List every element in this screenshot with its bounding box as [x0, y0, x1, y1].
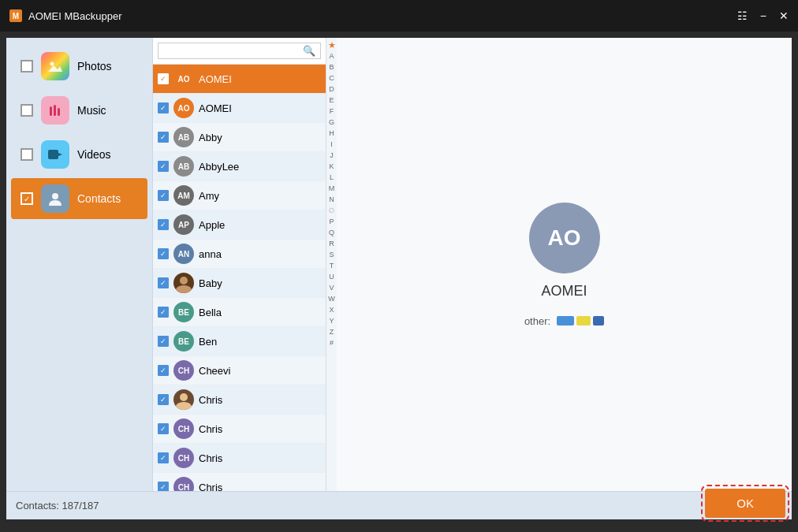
sidebar-item-photos[interactable]: Photos: [11, 46, 147, 87]
svg-marker-7: [58, 153, 62, 156]
contacts-icon: [41, 184, 69, 213]
avatar: CH: [173, 419, 194, 439]
contact-checkbox[interactable]: ✓: [158, 482, 169, 491]
alpha-v[interactable]: V: [329, 282, 334, 293]
list-view-button[interactable]: ☷: [737, 9, 748, 22]
list-item[interactable]: ✓ CH Chris: [153, 444, 326, 473]
list-item[interactable]: ✓ Chris: [153, 385, 326, 415]
minimize-button[interactable]: −: [760, 9, 766, 22]
list-item[interactable]: ✓ Baby: [153, 269, 326, 298]
contact-checkbox[interactable]: ✓: [158, 73, 169, 84]
contact-name: Abby: [199, 132, 321, 143]
color-bar-3: [593, 316, 604, 326]
list-item[interactable]: ✓ CH Chris: [153, 415, 326, 444]
alpha-p[interactable]: P: [329, 216, 334, 227]
search-input[interactable]: [163, 46, 303, 57]
contact-checkbox[interactable]: ✓: [158, 452, 169, 463]
alpha-o[interactable]: O: [329, 205, 334, 216]
avatar: AM: [173, 185, 194, 206]
alpha-i[interactable]: I: [330, 139, 333, 150]
contact-checkbox[interactable]: ✓: [158, 277, 169, 288]
alpha-n[interactable]: N: [329, 194, 334, 205]
contact-checkbox[interactable]: ✓: [158, 336, 169, 347]
contact-checkbox[interactable]: ✓: [158, 219, 169, 230]
contact-checkbox[interactable]: ✓: [158, 365, 169, 376]
bottom-bar: Contacts: 187/187: [6, 491, 792, 519]
list-item[interactable]: ✓ CH Chris: [153, 473, 326, 491]
top-section: Photos Music: [6, 38, 792, 491]
list-item[interactable]: ✓ BE Ben: [153, 327, 326, 356]
videos-checkbox[interactable]: [21, 148, 33, 161]
contact-list[interactable]: ✓ AO AOMEI ✓ AO AOMEI ✓ AB Abby: [153, 65, 326, 491]
music-checkbox[interactable]: [21, 104, 33, 117]
alpha-u[interactable]: U: [329, 271, 334, 282]
contact-name: Chris: [199, 394, 321, 406]
list-item[interactable]: ✓ AB Abby: [153, 123, 326, 152]
alpha-x[interactable]: X: [329, 304, 334, 315]
alpha-m[interactable]: M: [329, 183, 335, 194]
alpha-s[interactable]: S: [329, 249, 334, 260]
close-button[interactable]: ✕: [779, 9, 789, 22]
list-item[interactable]: ✓ AO AOMEI: [153, 65, 326, 94]
contact-name: Cheevi: [199, 365, 321, 377]
alpha-k[interactable]: K: [329, 161, 334, 172]
contact-name: Chris: [199, 423, 321, 435]
alpha-hash[interactable]: #: [330, 337, 334, 348]
alpha-w[interactable]: W: [328, 293, 335, 304]
contact-checkbox[interactable]: ✓: [158, 132, 169, 143]
alpha-q[interactable]: Q: [329, 227, 334, 238]
alpha-a[interactable]: A: [329, 50, 334, 61]
alpha-f[interactable]: F: [330, 106, 334, 117]
alpha-e[interactable]: E: [329, 95, 334, 106]
list-item[interactable]: ✓ AP Apple: [153, 210, 326, 240]
sidebar-item-videos[interactable]: Videos: [11, 134, 147, 175]
alpha-star[interactable]: ★: [328, 39, 336, 50]
list-item[interactable]: ✓ AN anna: [153, 240, 326, 269]
avatar: AO: [173, 69, 194, 89]
search-icon[interactable]: 🔍: [303, 45, 315, 57]
photos-checkbox[interactable]: [21, 60, 33, 73]
contacts-count: Contacts: 187/187: [16, 500, 99, 512]
contact-checkbox[interactable]: ✓: [158, 102, 169, 113]
app-icon: M: [9, 9, 22, 22]
svg-rect-5: [58, 108, 60, 116]
search-input-wrap[interactable]: 🔍: [158, 43, 321, 59]
contact-checkbox[interactable]: ✓: [158, 394, 169, 405]
list-item[interactable]: ✓ AB AbbyLee: [153, 152, 326, 181]
contact-panel: 🔍 ✓ AO AOMEI ✓ AO AOMEI: [152, 38, 326, 491]
alpha-y[interactable]: Y: [329, 315, 334, 326]
alpha-t[interactable]: T: [330, 260, 334, 271]
contact-name: Ben: [199, 336, 321, 348]
sidebar-item-contacts[interactable]: ✓ Contacts: [11, 178, 147, 219]
svg-point-10: [180, 393, 188, 401]
list-item[interactable]: ✓ AM Amy: [153, 181, 326, 210]
alpha-d[interactable]: D: [329, 84, 334, 95]
alpha-c[interactable]: C: [329, 73, 334, 84]
alpha-z[interactable]: Z: [330, 326, 334, 337]
list-item[interactable]: ✓ AO AOMEI: [153, 94, 326, 123]
list-item[interactable]: ✓ BE Bella: [153, 298, 326, 327]
contact-checkbox[interactable]: ✓: [158, 190, 169, 201]
avatar: BE: [173, 302, 194, 322]
app-title: AOMEI MBackupper: [28, 10, 122, 22]
contact-checkbox[interactable]: ✓: [158, 248, 169, 259]
search-bar: 🔍: [153, 38, 326, 65]
contact-checkbox[interactable]: ✓: [158, 161, 169, 172]
alpha-l[interactable]: L: [330, 172, 334, 183]
alpha-g[interactable]: G: [329, 117, 334, 128]
alpha-j[interactable]: J: [330, 150, 334, 161]
contacts-checkbox[interactable]: ✓: [21, 192, 33, 205]
alpha-b[interactable]: B: [329, 61, 334, 73]
contact-checkbox[interactable]: ✓: [158, 423, 169, 434]
ok-button[interactable]: OK: [705, 489, 785, 518]
avatar: AB: [173, 127, 194, 147]
contact-checkbox[interactable]: ✓: [158, 307, 169, 318]
svg-marker-2: [48, 65, 62, 72]
list-item[interactable]: ✓ CH Cheevi: [153, 356, 326, 385]
avatar: [173, 273, 194, 293]
sidebar-item-music[interactable]: Music: [11, 90, 147, 131]
alpha-h[interactable]: H: [329, 128, 334, 139]
contact-name: anna: [199, 248, 321, 260]
detail-panel: AO AOMEI other:: [337, 38, 792, 491]
alpha-r[interactable]: R: [329, 238, 334, 249]
